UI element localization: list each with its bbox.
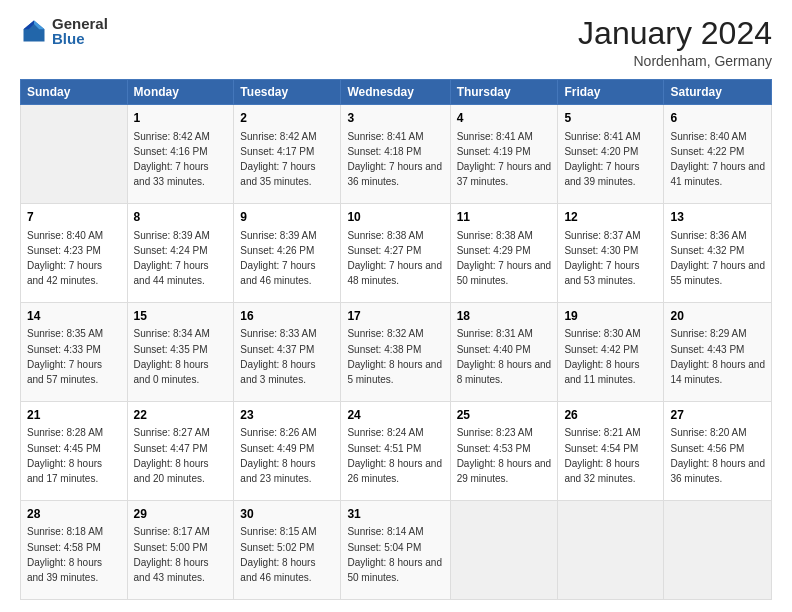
day-cell: 27 Sunrise: 8:20 AMSunset: 4:56 PMDaylig… (664, 402, 772, 501)
header-cell-thursday: Thursday (450, 80, 558, 105)
day-number: 20 (670, 308, 765, 325)
day-number: 17 (347, 308, 443, 325)
day-info: Sunrise: 8:30 AMSunset: 4:42 PMDaylight:… (564, 328, 640, 385)
day-number: 8 (134, 209, 228, 226)
day-number: 26 (564, 407, 657, 424)
day-number: 12 (564, 209, 657, 226)
header-cell-tuesday: Tuesday (234, 80, 341, 105)
week-row-2: 7 Sunrise: 8:40 AMSunset: 4:23 PMDayligh… (21, 204, 772, 303)
day-cell: 5 Sunrise: 8:41 AMSunset: 4:20 PMDayligh… (558, 105, 664, 204)
day-cell: 15 Sunrise: 8:34 AMSunset: 4:35 PMDaylig… (127, 303, 234, 402)
day-number: 27 (670, 407, 765, 424)
day-cell: 18 Sunrise: 8:31 AMSunset: 4:40 PMDaylig… (450, 303, 558, 402)
day-info: Sunrise: 8:38 AMSunset: 4:29 PMDaylight:… (457, 230, 552, 287)
day-info: Sunrise: 8:17 AMSunset: 5:00 PMDaylight:… (134, 526, 210, 583)
day-cell (21, 105, 128, 204)
header: General Blue January 2024 Nordenham, Ger… (20, 16, 772, 69)
day-number: 29 (134, 506, 228, 523)
day-cell: 29 Sunrise: 8:17 AMSunset: 5:00 PMDaylig… (127, 501, 234, 600)
day-cell: 21 Sunrise: 8:28 AMSunset: 4:45 PMDaylig… (21, 402, 128, 501)
day-number: 16 (240, 308, 334, 325)
month-title: January 2024 (578, 16, 772, 51)
day-cell: 8 Sunrise: 8:39 AMSunset: 4:24 PMDayligh… (127, 204, 234, 303)
day-info: Sunrise: 8:27 AMSunset: 4:47 PMDaylight:… (134, 427, 210, 484)
day-cell: 25 Sunrise: 8:23 AMSunset: 4:53 PMDaylig… (450, 402, 558, 501)
day-cell: 24 Sunrise: 8:24 AMSunset: 4:51 PMDaylig… (341, 402, 450, 501)
day-cell: 20 Sunrise: 8:29 AMSunset: 4:43 PMDaylig… (664, 303, 772, 402)
day-number: 25 (457, 407, 552, 424)
day-cell (450, 501, 558, 600)
day-cell: 30 Sunrise: 8:15 AMSunset: 5:02 PMDaylig… (234, 501, 341, 600)
title-area: January 2024 Nordenham, Germany (578, 16, 772, 69)
day-cell: 26 Sunrise: 8:21 AMSunset: 4:54 PMDaylig… (558, 402, 664, 501)
day-number: 2 (240, 110, 334, 127)
day-cell: 1 Sunrise: 8:42 AMSunset: 4:16 PMDayligh… (127, 105, 234, 204)
day-number: 4 (457, 110, 552, 127)
day-cell: 17 Sunrise: 8:32 AMSunset: 4:38 PMDaylig… (341, 303, 450, 402)
day-cell: 4 Sunrise: 8:41 AMSunset: 4:19 PMDayligh… (450, 105, 558, 204)
day-number: 23 (240, 407, 334, 424)
day-cell (558, 501, 664, 600)
header-cell-saturday: Saturday (664, 80, 772, 105)
calendar-table: SundayMondayTuesdayWednesdayThursdayFrid… (20, 79, 772, 600)
day-number: 13 (670, 209, 765, 226)
day-info: Sunrise: 8:32 AMSunset: 4:38 PMDaylight:… (347, 328, 442, 385)
day-info: Sunrise: 8:23 AMSunset: 4:53 PMDaylight:… (457, 427, 552, 484)
day-info: Sunrise: 8:41 AMSunset: 4:18 PMDaylight:… (347, 131, 442, 188)
day-info: Sunrise: 8:35 AMSunset: 4:33 PMDaylight:… (27, 328, 103, 385)
day-info: Sunrise: 8:40 AMSunset: 4:22 PMDaylight:… (670, 131, 765, 188)
day-cell: 19 Sunrise: 8:30 AMSunset: 4:42 PMDaylig… (558, 303, 664, 402)
day-number: 31 (347, 506, 443, 523)
day-info: Sunrise: 8:41 AMSunset: 4:20 PMDaylight:… (564, 131, 640, 188)
day-cell: 10 Sunrise: 8:38 AMSunset: 4:27 PMDaylig… (341, 204, 450, 303)
day-number: 18 (457, 308, 552, 325)
header-cell-sunday: Sunday (21, 80, 128, 105)
day-number: 1 (134, 110, 228, 127)
day-number: 9 (240, 209, 334, 226)
header-row: SundayMondayTuesdayWednesdayThursdayFrid… (21, 80, 772, 105)
day-number: 24 (347, 407, 443, 424)
day-cell: 6 Sunrise: 8:40 AMSunset: 4:22 PMDayligh… (664, 105, 772, 204)
day-cell: 9 Sunrise: 8:39 AMSunset: 4:26 PMDayligh… (234, 204, 341, 303)
day-info: Sunrise: 8:28 AMSunset: 4:45 PMDaylight:… (27, 427, 103, 484)
header-cell-wednesday: Wednesday (341, 80, 450, 105)
day-number: 6 (670, 110, 765, 127)
logo-general: General (52, 16, 108, 31)
day-cell: 16 Sunrise: 8:33 AMSunset: 4:37 PMDaylig… (234, 303, 341, 402)
day-cell: 22 Sunrise: 8:27 AMSunset: 4:47 PMDaylig… (127, 402, 234, 501)
logo-text: General Blue (52, 16, 108, 46)
day-number: 7 (27, 209, 121, 226)
logo-icon (20, 17, 48, 45)
day-info: Sunrise: 8:42 AMSunset: 4:17 PMDaylight:… (240, 131, 316, 188)
day-cell: 28 Sunrise: 8:18 AMSunset: 4:58 PMDaylig… (21, 501, 128, 600)
calendar-body: 1 Sunrise: 8:42 AMSunset: 4:16 PMDayligh… (21, 105, 772, 600)
day-number: 19 (564, 308, 657, 325)
day-number: 5 (564, 110, 657, 127)
day-info: Sunrise: 8:34 AMSunset: 4:35 PMDaylight:… (134, 328, 210, 385)
day-info: Sunrise: 8:39 AMSunset: 4:26 PMDaylight:… (240, 230, 316, 287)
day-cell: 7 Sunrise: 8:40 AMSunset: 4:23 PMDayligh… (21, 204, 128, 303)
day-cell: 31 Sunrise: 8:14 AMSunset: 5:04 PMDaylig… (341, 501, 450, 600)
day-cell (664, 501, 772, 600)
week-row-4: 21 Sunrise: 8:28 AMSunset: 4:45 PMDaylig… (21, 402, 772, 501)
day-info: Sunrise: 8:31 AMSunset: 4:40 PMDaylight:… (457, 328, 552, 385)
day-number: 28 (27, 506, 121, 523)
page: General Blue January 2024 Nordenham, Ger… (0, 0, 792, 612)
day-info: Sunrise: 8:38 AMSunset: 4:27 PMDaylight:… (347, 230, 442, 287)
header-cell-monday: Monday (127, 80, 234, 105)
day-info: Sunrise: 8:40 AMSunset: 4:23 PMDaylight:… (27, 230, 103, 287)
day-cell: 2 Sunrise: 8:42 AMSunset: 4:17 PMDayligh… (234, 105, 341, 204)
calendar-header: SundayMondayTuesdayWednesdayThursdayFrid… (21, 80, 772, 105)
day-cell: 23 Sunrise: 8:26 AMSunset: 4:49 PMDaylig… (234, 402, 341, 501)
day-cell: 14 Sunrise: 8:35 AMSunset: 4:33 PMDaylig… (21, 303, 128, 402)
day-info: Sunrise: 8:21 AMSunset: 4:54 PMDaylight:… (564, 427, 640, 484)
day-info: Sunrise: 8:29 AMSunset: 4:43 PMDaylight:… (670, 328, 765, 385)
logo-blue: Blue (52, 31, 108, 46)
day-info: Sunrise: 8:15 AMSunset: 5:02 PMDaylight:… (240, 526, 316, 583)
day-cell: 11 Sunrise: 8:38 AMSunset: 4:29 PMDaylig… (450, 204, 558, 303)
day-number: 15 (134, 308, 228, 325)
day-info: Sunrise: 8:20 AMSunset: 4:56 PMDaylight:… (670, 427, 765, 484)
day-number: 30 (240, 506, 334, 523)
day-info: Sunrise: 8:33 AMSunset: 4:37 PMDaylight:… (240, 328, 316, 385)
day-info: Sunrise: 8:14 AMSunset: 5:04 PMDaylight:… (347, 526, 442, 583)
